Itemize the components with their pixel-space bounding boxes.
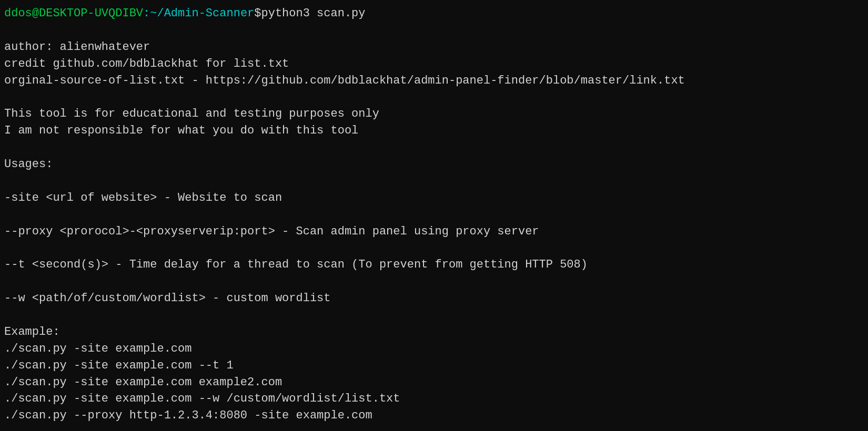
terminal-line: -site <url of website> - Website to scan <box>4 190 864 207</box>
terminal-line <box>4 22 864 39</box>
terminal-line: ./scan.py --proxy http-1.2.3.4:8080 -sit… <box>4 407 864 424</box>
terminal-line <box>4 173 864 190</box>
terminal-line: Usages: <box>4 156 864 173</box>
prompt-cmd: python3 scan.py <box>261 5 365 22</box>
terminal-line: ./scan.py -site example.com --w /custom/… <box>4 391 864 407</box>
terminal-line <box>4 139 864 156</box>
terminal-line: author: alienwhatever <box>4 39 864 56</box>
terminal-line: credit github.com/bdblackhat for list.tx… <box>4 56 864 73</box>
terminal-line: This tool is for educational and testing… <box>4 106 864 122</box>
prompt-path: :~/Admin-Scanner <box>143 5 254 22</box>
terminal-output: author: alienwhatevercredit github.com/b… <box>4 22 864 424</box>
prompt-symbol: $ <box>254 5 261 22</box>
terminal-line: --t <second(s)> - Time delay for a threa… <box>4 256 864 273</box>
terminal-line: --w <path/of/custom/wordlist> - custom w… <box>4 290 864 307</box>
terminal-line: --proxy <prorocol>-<proxyserverip:port> … <box>4 223 864 240</box>
terminal-line: ./scan.py -site example.com --t 1 <box>4 357 864 374</box>
terminal-line: orginal-source-of-list.txt - https://git… <box>4 73 864 89</box>
terminal-line: ./scan.py -site example.com <box>4 341 864 357</box>
terminal-line <box>4 307 864 324</box>
terminal-line: ./scan.py -site example.com example2.com <box>4 374 864 391</box>
terminal-window: ddos@DESKTOP-UVQDIBV :~/Admin-Scanner $ … <box>4 5 864 426</box>
terminal-line <box>4 207 864 223</box>
terminal-line <box>4 240 864 256</box>
prompt-user: ddos@DESKTOP-UVQDIBV <box>4 5 143 22</box>
terminal-line: I am not responsible for what you do wit… <box>4 122 864 139</box>
terminal-line <box>4 89 864 106</box>
terminal-line <box>4 273 864 290</box>
prompt-line: ddos@DESKTOP-UVQDIBV :~/Admin-Scanner $ … <box>4 5 864 22</box>
terminal-line: Example: <box>4 324 864 341</box>
